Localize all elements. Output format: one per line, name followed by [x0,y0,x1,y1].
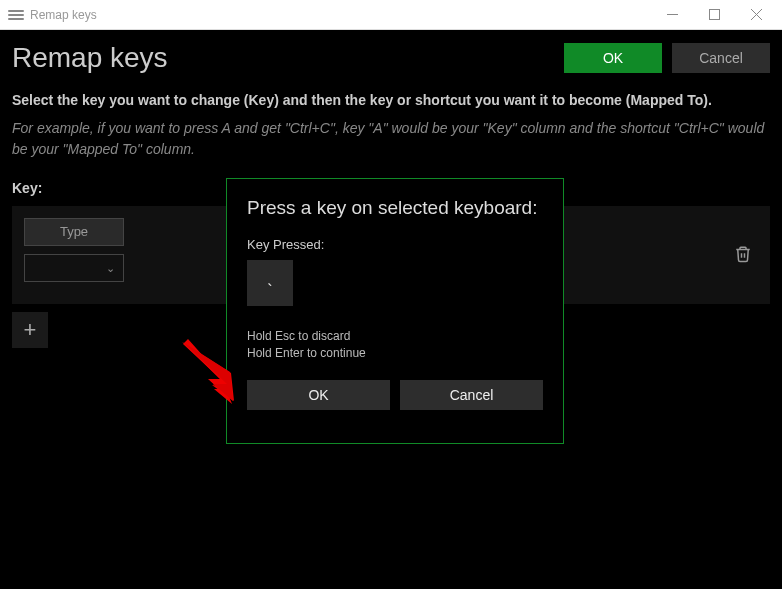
modal-ok-button[interactable]: OK [247,380,390,410]
svg-marker-7 [182,341,230,399]
hint-continue: Hold Enter to continue [247,345,543,362]
modal-hint: Hold Esc to discard Hold Enter to contin… [247,328,543,362]
ok-button[interactable]: OK [564,43,662,73]
modal-cancel-button[interactable]: Cancel [400,380,543,410]
modal-buttons: OK Cancel [247,380,543,410]
page-title: Remap keys [12,42,168,74]
hint-discard: Hold Esc to discard [247,328,543,345]
key-pressed-label: Key Pressed: [247,237,543,252]
delete-row-button[interactable] [734,244,752,268]
titlebar: Remap keys [0,0,782,30]
instructions-example: For example, if you want to press A and … [12,118,770,160]
maximize-button[interactable] [704,7,724,23]
svg-rect-1 [709,9,719,19]
window-controls [662,7,766,23]
modal-title: Press a key on selected keyboard: [247,197,543,219]
minimize-button[interactable] [662,7,682,23]
header-buttons: OK Cancel [564,43,770,73]
page-header: Remap keys OK Cancel [12,42,770,74]
key-press-modal: Press a key on selected keyboard: Key Pr… [226,178,564,444]
instructions-primary: Select the key you want to change (Key) … [12,92,770,108]
close-button[interactable] [746,7,766,23]
key-dropdown[interactable]: ⌄ [24,254,124,282]
window-title: Remap keys [30,8,662,22]
type-key-button[interactable]: Type [24,218,124,246]
chevron-down-icon: ⌄ [106,262,115,275]
add-mapping-button[interactable]: + [12,312,48,348]
cancel-button[interactable]: Cancel [672,43,770,73]
app-icon [8,10,24,20]
key-pressed-display: ` [247,260,293,306]
